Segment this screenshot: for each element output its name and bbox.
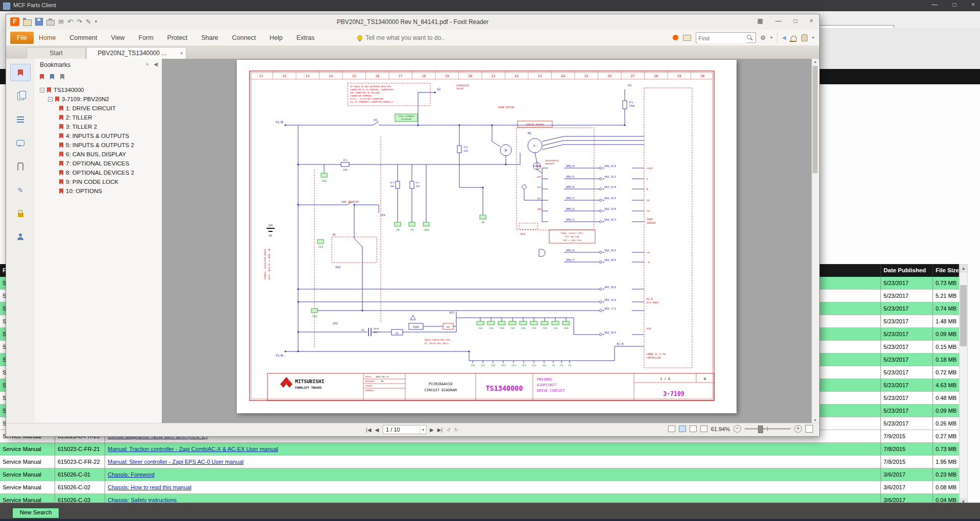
header-date-published[interactable]: Date Published bbox=[881, 264, 933, 277]
zoom-in-button[interactable]: + bbox=[794, 425, 802, 433]
table-row[interactable]: Service Manual615023-C-FR-22Manual: Stee… bbox=[0, 456, 959, 468]
layers-panel-button[interactable] bbox=[10, 111, 31, 128]
continuous-facing-view-icon[interactable] bbox=[700, 425, 707, 432]
bookmark-item[interactable]: 8: OPTIONAL DEVICES 2 bbox=[35, 168, 162, 177]
last-page-button[interactable]: ▶| bbox=[437, 427, 443, 433]
file-menu-button[interactable]: File bbox=[10, 32, 34, 44]
bookmark-root[interactable]: − TS1340000 bbox=[35, 85, 162, 94]
bookmark-item[interactable]: 1: DRIVE CIRCUIT bbox=[35, 104, 162, 113]
scroll-up-icon[interactable]: ▲ bbox=[812, 60, 818, 63]
next-page-button[interactable]: ▶ bbox=[430, 427, 434, 433]
rotate-left-icon[interactable]: ↺ bbox=[446, 427, 450, 433]
new-search-button[interactable]: New Search bbox=[12, 508, 59, 518]
rotate-right-icon[interactable]: ↻ bbox=[454, 427, 458, 433]
find-box[interactable] bbox=[696, 32, 756, 43]
connected-pdf-icon[interactable] bbox=[673, 35, 678, 40]
panel-options-icon[interactable]: » bbox=[146, 61, 149, 67]
signature-panel-button[interactable]: ✎ bbox=[10, 181, 31, 199]
tab-form[interactable]: Form bbox=[138, 34, 153, 41]
search-icon[interactable] bbox=[747, 35, 751, 39]
bookmark-section[interactable]: − 3-7109: PBV20N2 bbox=[35, 94, 162, 104]
tell-me-text[interactable]: Tell me what you want to do.. bbox=[365, 34, 445, 41]
save-icon[interactable] bbox=[35, 18, 43, 26]
print-icon[interactable] bbox=[46, 20, 55, 26]
customize-toolbar-icon[interactable]: ▾ bbox=[95, 17, 97, 26]
header-file-size[interactable]: File Size bbox=[933, 264, 959, 277]
table-row[interactable]: Service Manual615026-C-01Chassis: Forewo… bbox=[0, 468, 959, 481]
tab-connect[interactable]: Connect bbox=[232, 34, 256, 41]
bookmark-item[interactable]: 4: INPUTS & OUTPUTS bbox=[35, 131, 162, 140]
table-row[interactable]: Service Manual615023-C-FR-21Manual: Trac… bbox=[0, 443, 959, 456]
delete-bookmark-icon[interactable] bbox=[60, 74, 64, 80]
comments-panel-button[interactable] bbox=[10, 134, 31, 152]
bookmark-item[interactable]: 2: TILLER bbox=[35, 113, 162, 122]
back-arrow-icon[interactable]: ◀ bbox=[782, 35, 786, 40]
cell-doc-title[interactable]: Manual: Traction controller - Zapi Combi… bbox=[105, 443, 881, 455]
tab-protect[interactable]: Protect bbox=[167, 34, 188, 41]
search-folder-icon[interactable] bbox=[683, 35, 691, 41]
facing-view-icon[interactable] bbox=[690, 425, 697, 432]
document-link[interactable]: Chassis: Foreword bbox=[108, 471, 155, 478]
foxit-minimize-button[interactable]: — bbox=[775, 17, 781, 25]
scroll-down-icon[interactable]: ▼ bbox=[812, 418, 818, 422]
bookmark-item[interactable]: 7: OPTIONAL DEVICES bbox=[35, 159, 162, 168]
collapse-icon[interactable]: − bbox=[48, 97, 53, 102]
hand-tool-icon[interactable] bbox=[801, 34, 807, 41]
foxit-logo-icon[interactable]: F bbox=[10, 17, 19, 26]
close-button[interactable]: × bbox=[971, 1, 975, 8]
foxit-restore-button[interactable]: □ bbox=[794, 17, 797, 25]
bookmarks-panel-button[interactable] bbox=[10, 64, 31, 81]
table-scrollbar[interactable]: ▲ ▼ bbox=[959, 264, 968, 507]
security-panel-button[interactable] bbox=[10, 205, 31, 222]
tab-home[interactable]: Home bbox=[39, 34, 56, 41]
document-link[interactable]: Manual: Traction controller - Zapi Combi… bbox=[108, 446, 278, 452]
bookmark-item[interactable]: 5: INPUTS & OUTPUTS 2 bbox=[35, 140, 162, 150]
zoom-slider[interactable] bbox=[745, 428, 791, 430]
bookmark-item[interactable]: 10: OPTIONS bbox=[35, 186, 162, 196]
tab-start[interactable]: Start bbox=[27, 47, 86, 59]
table-row[interactable]: Service Manual615026-C-02Chassis: How to… bbox=[0, 481, 959, 494]
bookmark-item[interactable]: 9: PIN CODE LOCK bbox=[35, 177, 162, 186]
pages-panel-button[interactable] bbox=[10, 87, 31, 105]
find-input[interactable] bbox=[698, 33, 747, 43]
continuous-view-icon[interactable] bbox=[679, 425, 686, 432]
cell-doc-title[interactable]: Chassis: Foreword bbox=[105, 468, 881, 481]
bookmark-settings-icon[interactable] bbox=[50, 74, 54, 80]
document-link[interactable]: Manual: Steer controller - Zapi EPS AC-0… bbox=[108, 459, 243, 465]
tab-view[interactable]: View bbox=[111, 34, 125, 41]
fit-page-icon[interactable] bbox=[805, 425, 813, 433]
tab-share[interactable]: Share bbox=[201, 34, 218, 41]
page-dropdown-icon[interactable]: ▾ bbox=[420, 426, 424, 434]
zoom-slider-thumb[interactable] bbox=[758, 425, 763, 433]
cell-doc-title[interactable]: Manual: Steer controller - Zapi EPS AC-0… bbox=[105, 456, 881, 468]
foxit-close-button[interactable]: × bbox=[810, 17, 813, 25]
gear-icon[interactable]: ⚙ bbox=[761, 34, 766, 41]
minimize-button[interactable]: — bbox=[932, 1, 938, 8]
cell-doc-title[interactable]: Chassis: How to read this manual bbox=[105, 481, 881, 493]
open-file-icon[interactable] bbox=[23, 19, 32, 26]
first-page-button[interactable]: |◀ bbox=[366, 427, 371, 433]
pdf-scrollbar-thumb[interactable] bbox=[813, 66, 818, 173]
layout-grid-icon[interactable]: ▦ bbox=[757, 17, 763, 25]
bookmark-item[interactable]: 3: TILLER 2 bbox=[35, 122, 162, 131]
attachments-panel-button[interactable] bbox=[10, 158, 31, 175]
redo-icon[interactable]: ↷ bbox=[77, 17, 82, 26]
tab-close-icon[interactable]: × bbox=[180, 48, 183, 59]
single-page-view-icon[interactable] bbox=[668, 425, 675, 432]
tab-help[interactable]: Help bbox=[270, 34, 283, 41]
pdf-page[interactable]: 1112131415161718192021222324252627282930… bbox=[237, 60, 737, 413]
tab-comment[interactable]: Comment bbox=[69, 34, 97, 41]
undo-icon[interactable]: ↶ bbox=[67, 17, 73, 26]
pdf-scrollbar[interactable]: ▲ ▼ bbox=[812, 59, 818, 423]
gear-dropdown-icon[interactable]: ▾ bbox=[770, 35, 772, 40]
bell-icon[interactable] bbox=[791, 36, 797, 41]
maximize-button[interactable]: □ bbox=[952, 1, 956, 8]
email-icon[interactable]: ✉ bbox=[58, 17, 64, 26]
edit-icon[interactable]: ✎ bbox=[86, 17, 91, 26]
document-link[interactable]: Chassis: How to read this manual bbox=[108, 484, 191, 490]
page-number-box[interactable]: 1 / 10 ▾ bbox=[382, 425, 426, 434]
zoom-out-button[interactable]: − bbox=[733, 425, 741, 433]
collapse-panel-icon[interactable]: ◀ bbox=[154, 61, 158, 67]
tab-document[interactable]: PBV20N2_TS1340000 ... × bbox=[86, 47, 186, 59]
tab-extras[interactable]: Extras bbox=[297, 34, 314, 41]
